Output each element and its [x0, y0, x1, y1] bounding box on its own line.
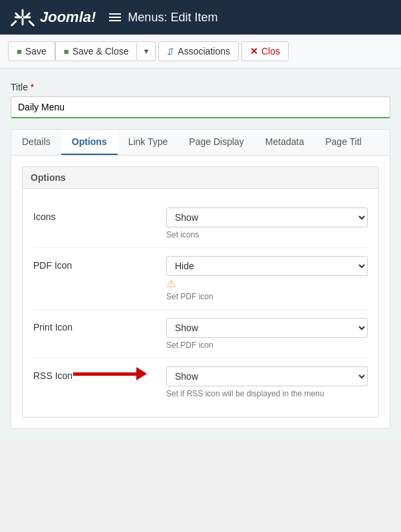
save-close-icon: ■: [64, 47, 69, 57]
pdf-icon-control: Show Hide Use Global ⚠ Set PDF icon: [166, 256, 368, 301]
warning-triangle-icon: ⚠: [166, 279, 176, 289]
page-title: Menus: Edit Item: [128, 11, 217, 25]
save-button[interactable]: ■ Save: [8, 41, 55, 61]
pdf-hint: Set PDF icon: [166, 292, 368, 301]
save-close-button[interactable]: ■ Save & Close: [55, 41, 138, 61]
print-icon-row: Print Icon Show Hide Use Global Set PDF …: [33, 310, 368, 358]
header: Joomla! Menus: Edit Item: [0, 0, 401, 35]
icons-label: Icons: [33, 207, 166, 222]
rss-hint: Set if RSS icon will be displayed in the…: [166, 389, 368, 398]
rss-icon-control: Show Hide Use Global Set if RSS icon wil…: [166, 366, 368, 398]
tab-details[interactable]: Details: [11, 130, 61, 155]
toolbar: ■ Save ■ Save & Close ▼ ⇵ Associations ✕…: [0, 35, 401, 68]
svg-rect-2: [22, 18, 24, 26]
caret-down-icon: ▼: [142, 47, 150, 55]
tab-options[interactable]: Options: [61, 130, 118, 155]
associations-icon: ⇵: [167, 47, 174, 57]
print-icon-label: Print Icon: [33, 318, 166, 332]
arrow-shaft: [73, 372, 136, 376]
print-icon-control: Show Hide Use Global Set PDF icon: [166, 318, 368, 350]
content-area: Title * Details Options Link Type Page D…: [0, 68, 401, 440]
icons-select[interactable]: Show Hide Use Global: [166, 207, 368, 227]
pdf-icon-select[interactable]: Show Hide Use Global: [166, 256, 368, 276]
panel-title: Options: [22, 166, 379, 188]
save-label: Save: [25, 46, 47, 57]
print-icon-select[interactable]: Show Hide Use Global: [166, 318, 368, 338]
tabs-container: Details Options Link Type Page Display M…: [11, 129, 390, 429]
save-close-label: Save & Close: [72, 46, 129, 57]
tabs-nav: Details Options Link Type Page Display M…: [11, 130, 390, 156]
tab-link-type[interactable]: Link Type: [118, 130, 179, 155]
icons-hint: Set icons: [166, 230, 368, 239]
print-hint: Set PDF icon: [166, 340, 368, 350]
save-icon: ■: [17, 47, 22, 57]
title-input[interactable]: [11, 96, 390, 118]
save-dropdown-button[interactable]: ▼: [137, 41, 156, 61]
close-label: Clos: [261, 46, 280, 57]
tab-page-title[interactable]: Page Titl: [315, 130, 372, 155]
icons-row: Icons Show Hide Use Global Set icons: [33, 200, 368, 248]
options-panel: Options Icons Show Hide Use Global Set i…: [11, 156, 390, 428]
arrow-head-icon: [136, 367, 147, 380]
rss-icon-label: RSS Icon: [33, 366, 166, 381]
pdf-icon-label: PDF Icon: [33, 256, 166, 271]
required-indicator: *: [31, 82, 34, 92]
save-button-group: ■ Save ■ Save & Close ▼: [8, 41, 156, 61]
svg-rect-1: [22, 9, 24, 17]
title-label: Title *: [11, 82, 390, 92]
associations-label: Associations: [178, 46, 230, 57]
close-icon: ✕: [250, 46, 258, 57]
title-field-group: Title *: [11, 82, 390, 118]
tab-page-display[interactable]: Page Display: [178, 130, 255, 155]
icons-control: Show Hide Use Global Set icons: [166, 207, 368, 239]
rss-icon-select[interactable]: Show Hide Use Global: [166, 366, 368, 386]
menu-lines-icon: [109, 13, 121, 21]
header-title: Menus: Edit Item: [109, 11, 217, 25]
rss-arrow-indicator: [73, 367, 147, 380]
pdf-icon-row: PDF Icon Show Hide Use Global ⚠ Set PDF …: [33, 248, 368, 310]
rss-icon-row: RSS Icon Show Hide Use Global: [33, 358, 368, 406]
close-button[interactable]: ✕ Clos: [241, 41, 289, 61]
panel-body: Icons Show Hide Use Global Set icons PDF…: [22, 188, 379, 418]
tab-metadata[interactable]: Metadata: [255, 130, 315, 155]
associations-button[interactable]: ⇵ Associations: [158, 41, 239, 61]
logo-text: Joomla!: [40, 9, 96, 26]
joomla-logo: Joomla!: [11, 5, 96, 29]
pdf-warning-hint: ⚠: [166, 279, 368, 289]
